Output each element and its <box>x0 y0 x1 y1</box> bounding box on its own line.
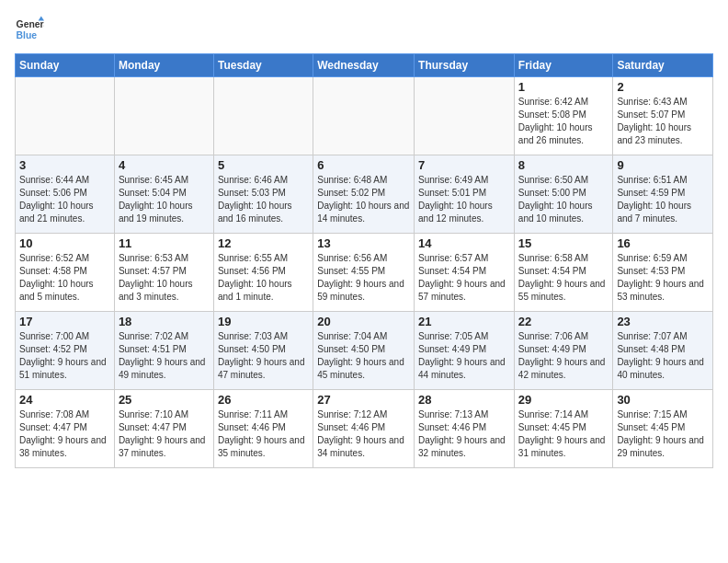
calendar-cell: 2Sunrise: 6:43 AM Sunset: 5:07 PM Daylig… <box>613 77 713 155</box>
day-number: 12 <box>218 236 309 250</box>
calendar-cell <box>313 77 415 155</box>
day-info: Sunrise: 7:11 AM Sunset: 4:46 PM Dayligh… <box>218 408 309 460</box>
calendar-cell: 8Sunrise: 6:50 AM Sunset: 5:00 PM Daylig… <box>514 155 613 234</box>
calendar-cell: 13Sunrise: 6:56 AM Sunset: 4:55 PM Dayli… <box>313 234 415 312</box>
svg-marker-2 <box>39 17 44 21</box>
calendar-cell: 16Sunrise: 6:59 AM Sunset: 4:53 PM Dayli… <box>613 234 713 312</box>
day-number: 7 <box>418 158 510 172</box>
calendar-cell: 5Sunrise: 6:46 AM Sunset: 5:03 PM Daylig… <box>213 155 313 234</box>
calendar-cell: 20Sunrise: 7:04 AM Sunset: 4:50 PM Dayli… <box>313 312 415 390</box>
day-info: Sunrise: 6:59 AM Sunset: 4:53 PM Dayligh… <box>617 252 709 304</box>
calendar-cell: 12Sunrise: 6:55 AM Sunset: 4:56 PM Dayli… <box>213 234 313 312</box>
calendar-cell: 29Sunrise: 7:14 AM Sunset: 4:45 PM Dayli… <box>514 390 613 468</box>
calendar-cell <box>415 77 515 155</box>
day-info: Sunrise: 7:02 AM Sunset: 4:51 PM Dayligh… <box>119 330 210 382</box>
day-number: 23 <box>617 315 709 328</box>
calendar-cell <box>16 77 115 155</box>
logo-icon: General Blue <box>15 15 44 44</box>
calendar-cell: 25Sunrise: 7:10 AM Sunset: 4:47 PM Dayli… <box>114 390 213 468</box>
svg-text:Blue: Blue <box>17 30 38 40</box>
calendar-cell: 3Sunrise: 6:44 AM Sunset: 5:06 PM Daylig… <box>16 155 115 234</box>
day-number: 28 <box>418 393 510 407</box>
day-number: 16 <box>617 236 709 250</box>
day-info: Sunrise: 6:46 AM Sunset: 5:03 PM Dayligh… <box>218 174 309 225</box>
calendar-cell: 17Sunrise: 7:00 AM Sunset: 4:52 PM Dayli… <box>16 312 115 390</box>
day-info: Sunrise: 6:58 AM Sunset: 4:54 PM Dayligh… <box>518 252 609 304</box>
day-info: Sunrise: 6:49 AM Sunset: 5:01 PM Dayligh… <box>418 174 510 225</box>
calendar-cell: 15Sunrise: 6:58 AM Sunset: 4:54 PM Dayli… <box>514 234 613 312</box>
weekday-header: Saturday <box>613 54 713 77</box>
day-info: Sunrise: 7:15 AM Sunset: 4:45 PM Dayligh… <box>617 408 709 460</box>
day-number: 10 <box>19 236 110 250</box>
calendar: SundayMondayTuesdayWednesdayThursdayFrid… <box>15 53 713 468</box>
day-number: 14 <box>418 236 510 250</box>
day-number: 24 <box>19 393 110 407</box>
day-info: Sunrise: 6:43 AM Sunset: 5:07 PM Dayligh… <box>617 96 709 147</box>
calendar-cell: 30Sunrise: 7:15 AM Sunset: 4:45 PM Dayli… <box>613 390 713 468</box>
header: General Blue <box>15 15 713 44</box>
weekday-header: Tuesday <box>213 54 313 77</box>
calendar-cell: 6Sunrise: 6:48 AM Sunset: 5:02 PM Daylig… <box>313 155 415 234</box>
calendar-cell: 28Sunrise: 7:13 AM Sunset: 4:46 PM Dayli… <box>415 390 515 468</box>
calendar-cell: 10Sunrise: 6:52 AM Sunset: 4:58 PM Dayli… <box>16 234 115 312</box>
day-number: 2 <box>617 80 709 94</box>
day-number: 4 <box>119 158 210 172</box>
calendar-cell: 27Sunrise: 7:12 AM Sunset: 4:46 PM Dayli… <box>313 390 415 468</box>
day-number: 1 <box>518 80 609 94</box>
calendar-week-row: 17Sunrise: 7:00 AM Sunset: 4:52 PM Dayli… <box>16 312 713 390</box>
day-info: Sunrise: 6:45 AM Sunset: 5:04 PM Dayligh… <box>119 174 210 225</box>
weekday-header: Monday <box>114 54 213 77</box>
calendar-cell: 19Sunrise: 7:03 AM Sunset: 4:50 PM Dayli… <box>213 312 313 390</box>
day-number: 27 <box>317 393 410 407</box>
calendar-cell: 18Sunrise: 7:02 AM Sunset: 4:51 PM Dayli… <box>114 312 213 390</box>
calendar-cell: 11Sunrise: 6:53 AM Sunset: 4:57 PM Dayli… <box>114 234 213 312</box>
day-info: Sunrise: 7:12 AM Sunset: 4:46 PM Dayligh… <box>317 408 410 460</box>
day-info: Sunrise: 7:03 AM Sunset: 4:50 PM Dayligh… <box>218 330 309 382</box>
day-info: Sunrise: 6:53 AM Sunset: 4:57 PM Dayligh… <box>119 252 210 304</box>
day-number: 6 <box>317 158 410 172</box>
day-info: Sunrise: 6:57 AM Sunset: 4:54 PM Dayligh… <box>418 252 510 304</box>
day-info: Sunrise: 6:44 AM Sunset: 5:06 PM Dayligh… <box>19 174 110 225</box>
day-number: 25 <box>119 393 210 407</box>
page: General Blue SundayMondayTuesdayWednesda… <box>0 0 728 477</box>
day-number: 30 <box>617 393 709 407</box>
calendar-cell <box>114 77 213 155</box>
day-number: 11 <box>119 236 210 250</box>
day-info: Sunrise: 6:56 AM Sunset: 4:55 PM Dayligh… <box>317 252 410 304</box>
calendar-cell: 4Sunrise: 6:45 AM Sunset: 5:04 PM Daylig… <box>114 155 213 234</box>
weekday-header: Wednesday <box>313 54 415 77</box>
calendar-cell: 22Sunrise: 7:06 AM Sunset: 4:49 PM Dayli… <box>514 312 613 390</box>
day-info: Sunrise: 7:08 AM Sunset: 4:47 PM Dayligh… <box>19 408 110 460</box>
day-number: 3 <box>19 158 110 172</box>
calendar-cell: 26Sunrise: 7:11 AM Sunset: 4:46 PM Dayli… <box>213 390 313 468</box>
day-info: Sunrise: 7:04 AM Sunset: 4:50 PM Dayligh… <box>317 330 410 382</box>
day-info: Sunrise: 6:55 AM Sunset: 4:56 PM Dayligh… <box>218 252 309 304</box>
day-number: 19 <box>218 315 309 328</box>
day-info: Sunrise: 6:50 AM Sunset: 5:00 PM Dayligh… <box>518 174 609 225</box>
day-number: 5 <box>218 158 309 172</box>
day-number: 17 <box>19 315 110 328</box>
calendar-cell: 7Sunrise: 6:49 AM Sunset: 5:01 PM Daylig… <box>415 155 515 234</box>
weekday-header: Friday <box>514 54 613 77</box>
calendar-week-row: 3Sunrise: 6:44 AM Sunset: 5:06 PM Daylig… <box>16 155 713 234</box>
day-info: Sunrise: 7:10 AM Sunset: 4:47 PM Dayligh… <box>119 408 210 460</box>
day-number: 20 <box>317 315 410 328</box>
day-number: 21 <box>418 315 510 328</box>
day-number: 29 <box>518 393 609 407</box>
calendar-week-row: 24Sunrise: 7:08 AM Sunset: 4:47 PM Dayli… <box>16 390 713 468</box>
day-number: 26 <box>218 393 309 407</box>
day-info: Sunrise: 6:42 AM Sunset: 5:08 PM Dayligh… <box>518 96 609 147</box>
weekday-header: Thursday <box>415 54 515 77</box>
day-number: 9 <box>617 158 709 172</box>
day-info: Sunrise: 7:13 AM Sunset: 4:46 PM Dayligh… <box>418 408 510 460</box>
weekday-header-row: SundayMondayTuesdayWednesdayThursdayFrid… <box>16 54 713 77</box>
day-info: Sunrise: 7:07 AM Sunset: 4:48 PM Dayligh… <box>617 330 709 382</box>
day-number: 22 <box>518 315 609 328</box>
calendar-cell <box>213 77 313 155</box>
day-info: Sunrise: 7:14 AM Sunset: 4:45 PM Dayligh… <box>518 408 609 460</box>
day-number: 18 <box>119 315 210 328</box>
day-info: Sunrise: 6:52 AM Sunset: 4:58 PM Dayligh… <box>19 252 110 304</box>
day-number: 15 <box>518 236 609 250</box>
calendar-week-row: 1Sunrise: 6:42 AM Sunset: 5:08 PM Daylig… <box>16 77 713 155</box>
calendar-cell: 24Sunrise: 7:08 AM Sunset: 4:47 PM Dayli… <box>16 390 115 468</box>
